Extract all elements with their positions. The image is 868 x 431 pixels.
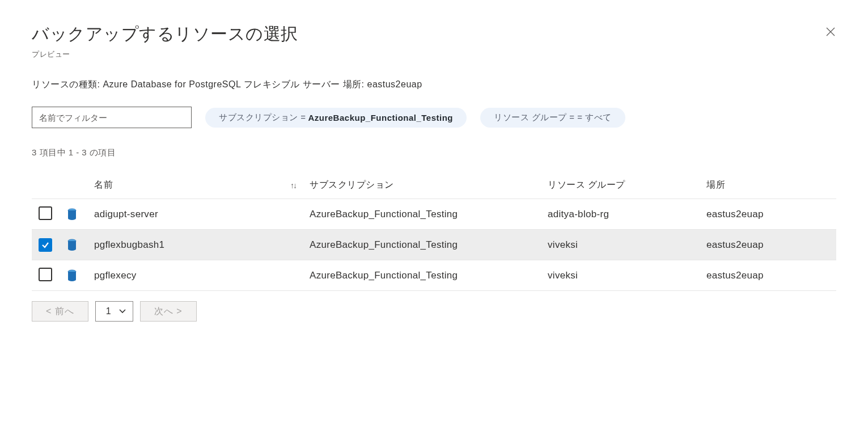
table-row[interactable]: pgflexbugbash1 AzureBackup_Functional_Te… [32, 230, 836, 260]
cell-location: eastus2euap [706, 209, 833, 220]
cell-location: eastus2euap [706, 239, 833, 251]
database-icon [67, 239, 94, 251]
cell-name: pgflexbugbash1 [94, 239, 310, 251]
cell-subscription: AzureBackup_Functional_Testing [310, 209, 548, 220]
name-filter-input[interactable] [32, 107, 192, 128]
cell-subscription: AzureBackup_Functional_Testing [310, 239, 548, 251]
pagination: < 前へ 1 次へ > [32, 301, 836, 322]
subscription-filter-pill[interactable]: サブスクリプション = AzureBackup_Functional_Testi… [205, 108, 467, 128]
cell-location: eastus2euap [706, 270, 833, 281]
col-name[interactable]: 名前 ↑↓ [94, 179, 310, 191]
col-resource-group[interactable]: リソース グループ [548, 179, 706, 191]
title-row: バックアップするリソースの選択 プレビュー [32, 23, 836, 60]
cell-resource-group: viveksi [548, 239, 706, 251]
row-checkbox[interactable] [39, 268, 52, 281]
database-icon [67, 269, 94, 282]
resources-table: 名前 ↑↓ サブスクリプション リソース グループ 場所 adigupt-ser… [32, 172, 836, 291]
close-icon[interactable] [825, 26, 836, 40]
subscription-pill-value: AzureBackup_Functional_Testing [308, 113, 453, 122]
table-header: 名前 ↑↓ サブスクリプション リソース グループ 場所 [32, 172, 836, 199]
prev-button[interactable]: < 前へ [32, 301, 88, 322]
row-checkbox[interactable] [39, 238, 52, 252]
resourcegroup-filter-pill[interactable]: リソース グループ = = すべて [480, 108, 625, 128]
next-button[interactable]: 次へ > [140, 301, 197, 322]
items-count: 3 項目中 1 - 3 の項目 [32, 147, 836, 158]
cell-resource-group: aditya-blob-rg [548, 209, 706, 220]
cell-resource-group: viveksi [548, 270, 706, 281]
table-row[interactable]: adigupt-server AzureBackup_Functional_Te… [32, 199, 836, 230]
row-checkbox[interactable] [39, 206, 52, 220]
chevron-down-icon [119, 307, 126, 315]
table-row[interactable]: pgflexecy AzureBackup_Functional_Testing… [32, 260, 836, 291]
page-title: バックアップするリソースの選択 [32, 23, 298, 46]
col-name-label: 名前 [94, 179, 113, 191]
subscription-pill-label: サブスクリプション = [219, 112, 306, 123]
resource-type-line: リソースの種類: Azure Database for PostgreSQL フ… [32, 79, 836, 91]
preview-label: プレビュー [32, 49, 298, 60]
cell-name: pgflexecy [94, 270, 310, 281]
page-number: 1 [106, 306, 111, 316]
page-select[interactable]: 1 [95, 301, 133, 322]
select-resources-panel: バックアップするリソースの選択 プレビュー リソースの種類: Azure Dat… [0, 0, 868, 322]
database-icon [67, 208, 94, 221]
col-subscription[interactable]: サブスクリプション [310, 179, 548, 191]
sort-icon[interactable]: ↑↓ [290, 181, 310, 190]
cell-name: adigupt-server [94, 209, 310, 220]
cell-subscription: AzureBackup_Functional_Testing [310, 270, 548, 281]
filters-row: サブスクリプション = AzureBackup_Functional_Testi… [32, 107, 836, 128]
col-location[interactable]: 場所 [706, 179, 833, 191]
